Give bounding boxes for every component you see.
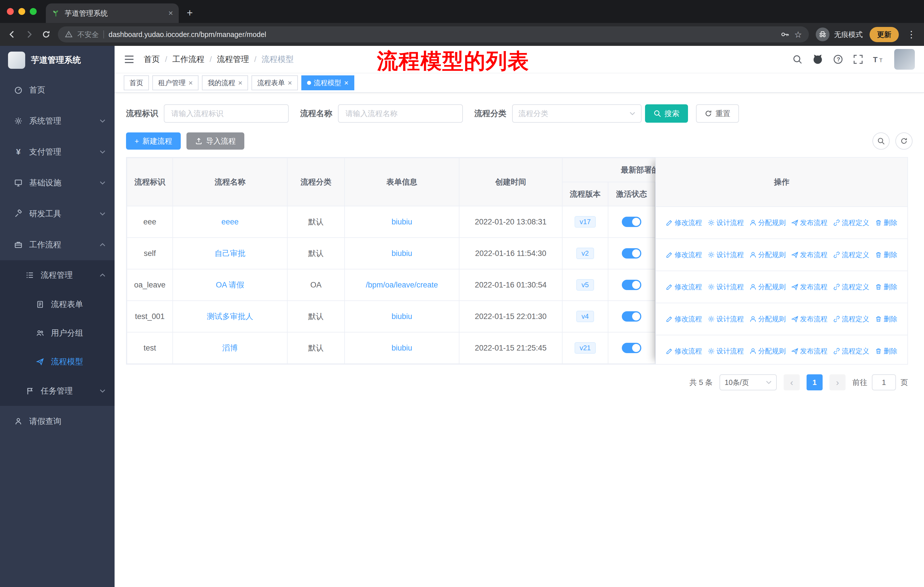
action-process-definition-link[interactable]: 流程定义 xyxy=(833,250,869,260)
tag-process-model[interactable]: 流程模型 × xyxy=(301,75,354,90)
action-modify-process-link[interactable]: 修改流程 xyxy=(666,218,702,227)
active-toggle[interactable] xyxy=(622,280,641,290)
action-modify-process-link[interactable]: 修改流程 xyxy=(666,314,702,324)
sidebar-item-home[interactable]: 首页 xyxy=(0,74,115,106)
help-icon[interactable]: ? xyxy=(833,54,843,64)
bookmark-star-icon[interactable]: ☆ xyxy=(794,30,802,40)
breadcrumb-home[interactable]: 首页 xyxy=(144,54,160,65)
form-info-link[interactable]: /bpm/oa/leave/create xyxy=(366,281,438,289)
back-icon[interactable] xyxy=(7,29,17,40)
version-tag[interactable]: v21 xyxy=(574,342,596,354)
action-modify-process-link[interactable]: 修改流程 xyxy=(666,282,702,291)
action-design-process-link[interactable]: 设计流程 xyxy=(708,314,744,324)
next-page-button[interactable]: › xyxy=(830,374,845,390)
sidebar-item-system[interactable]: 系统管理 xyxy=(0,106,115,136)
hamburger-icon[interactable] xyxy=(124,55,135,64)
minimize-window-button[interactable] xyxy=(18,8,25,15)
process-name-link[interactable]: 测试多审批人 xyxy=(207,312,253,321)
sidebar-item-workflow[interactable]: 工作流程 xyxy=(0,229,115,260)
new-tab-button[interactable]: + xyxy=(187,7,193,19)
action-delete-link[interactable]: 删除 xyxy=(875,314,898,324)
action-process-definition-link[interactable]: 流程定义 xyxy=(833,347,869,356)
tag-close-icon[interactable]: × xyxy=(238,79,242,86)
browser-tab[interactable]: 芋道管理系统 × xyxy=(46,3,179,23)
category-select[interactable]: 流程分类 xyxy=(512,104,642,123)
import-process-button[interactable]: 导入流程 xyxy=(186,132,244,150)
tag-my-processes[interactable]: 我的流程 × xyxy=(202,75,248,90)
sidebar-item-user-group[interactable]: 用户分组 xyxy=(0,319,115,347)
action-assign-rules-link[interactable]: 分配规则 xyxy=(749,282,785,291)
github-icon[interactable] xyxy=(812,54,823,65)
form-info-link[interactable]: biubiu xyxy=(391,312,412,321)
action-assign-rules-link[interactable]: 分配规则 xyxy=(749,250,785,260)
tag-tenant-management[interactable]: 租户管理 × xyxy=(152,75,198,90)
forward-icon[interactable] xyxy=(24,29,35,40)
sidebar-item-leave-query[interactable]: 请假查询 xyxy=(0,406,115,437)
tag-close-icon[interactable]: × xyxy=(188,79,193,86)
action-design-process-link[interactable]: 设计流程 xyxy=(708,347,744,356)
tag-process-form[interactable]: 流程表单 × xyxy=(251,75,298,90)
version-tag[interactable]: v17 xyxy=(574,216,596,228)
action-assign-rules-link[interactable]: 分配规则 xyxy=(749,347,785,356)
form-info-link[interactable]: biubiu xyxy=(391,249,412,258)
search-icon[interactable] xyxy=(792,54,803,64)
process-name-link[interactable]: 自己审批 xyxy=(214,249,246,258)
action-design-process-link[interactable]: 设计流程 xyxy=(708,218,744,227)
action-assign-rules-link[interactable]: 分配规则 xyxy=(749,314,785,324)
action-delete-link[interactable]: 删除 xyxy=(875,250,898,260)
action-assign-rules-link[interactable]: 分配规则 xyxy=(749,218,785,227)
reload-icon[interactable] xyxy=(41,30,51,39)
reset-button[interactable]: 重置 xyxy=(696,104,739,123)
action-modify-process-link[interactable]: 修改流程 xyxy=(666,347,702,356)
sidebar-item-devtools[interactable]: 研发工具 xyxy=(0,198,115,229)
url-bar[interactable]: 不安全 dashboard.yudao.iocoder.cn/bpm/manag… xyxy=(58,26,809,42)
action-delete-link[interactable]: 删除 xyxy=(875,218,898,227)
zoom-window-button[interactable] xyxy=(30,8,37,15)
process-name-input[interactable] xyxy=(338,104,463,123)
prev-page-button[interactable]: ‹ xyxy=(784,374,800,390)
action-delete-link[interactable]: 删除 xyxy=(875,282,898,291)
breadcrumb-process-management[interactable]: 流程管理 xyxy=(205,54,249,65)
font-size-icon[interactable]: TT xyxy=(873,55,884,64)
active-toggle[interactable] xyxy=(622,311,641,322)
toggle-search-button[interactable] xyxy=(873,132,889,150)
refresh-table-button[interactable] xyxy=(895,132,912,150)
process-name-link[interactable]: 滔博 xyxy=(222,344,238,352)
form-info-link[interactable]: biubiu xyxy=(391,344,412,352)
update-button[interactable]: 更新 xyxy=(870,27,899,42)
tag-close-icon[interactable]: × xyxy=(344,79,348,86)
sidebar-item-process-form[interactable]: 流程表单 xyxy=(0,290,115,319)
sidebar-item-process-model[interactable]: 流程模型 xyxy=(0,347,115,376)
page-number-1[interactable]: 1 xyxy=(807,374,823,390)
action-delete-link[interactable]: 删除 xyxy=(875,347,898,356)
breadcrumb-workflow[interactable]: 工作流程 xyxy=(160,54,205,65)
security-label[interactable]: 不安全 xyxy=(78,30,99,39)
action-publish-process-link[interactable]: 发布流程 xyxy=(791,250,827,260)
version-tag[interactable]: v4 xyxy=(576,311,594,322)
tag-close-icon[interactable]: × xyxy=(287,79,292,86)
browser-menu-icon[interactable]: ⋮ xyxy=(906,29,917,40)
url-text[interactable]: dashboard.yudao.iocoder.cn/bpm/manager/m… xyxy=(109,30,776,39)
create-process-button[interactable]: + 新建流程 xyxy=(126,132,181,150)
process-name-link[interactable]: OA 请假 xyxy=(216,281,244,289)
action-publish-process-link[interactable]: 发布流程 xyxy=(791,314,827,324)
goto-page-input[interactable] xyxy=(872,374,896,390)
action-modify-process-link[interactable]: 修改流程 xyxy=(666,250,702,260)
action-publish-process-link[interactable]: 发布流程 xyxy=(791,347,827,356)
page-size-select[interactable]: 10条/页 xyxy=(719,374,777,390)
search-button[interactable]: 搜索 xyxy=(645,104,688,123)
action-publish-process-link[interactable]: 发布流程 xyxy=(791,218,827,227)
active-toggle[interactable] xyxy=(622,248,641,258)
active-toggle[interactable] xyxy=(622,217,641,227)
action-process-definition-link[interactable]: 流程定义 xyxy=(833,314,869,324)
sidebar-item-payment[interactable]: ¥ 支付管理 xyxy=(0,136,115,167)
action-design-process-link[interactable]: 设计流程 xyxy=(708,282,744,291)
action-design-process-link[interactable]: 设计流程 xyxy=(708,250,744,260)
process-key-input[interactable] xyxy=(164,104,289,123)
process-name-link[interactable]: eeee xyxy=(221,218,239,226)
active-toggle[interactable] xyxy=(622,343,641,353)
version-tag[interactable]: v2 xyxy=(576,248,594,259)
password-key-icon[interactable] xyxy=(780,30,790,39)
tab-close-icon[interactable]: × xyxy=(168,9,173,17)
sidebar-item-process-management[interactable]: 流程管理 xyxy=(0,260,115,290)
